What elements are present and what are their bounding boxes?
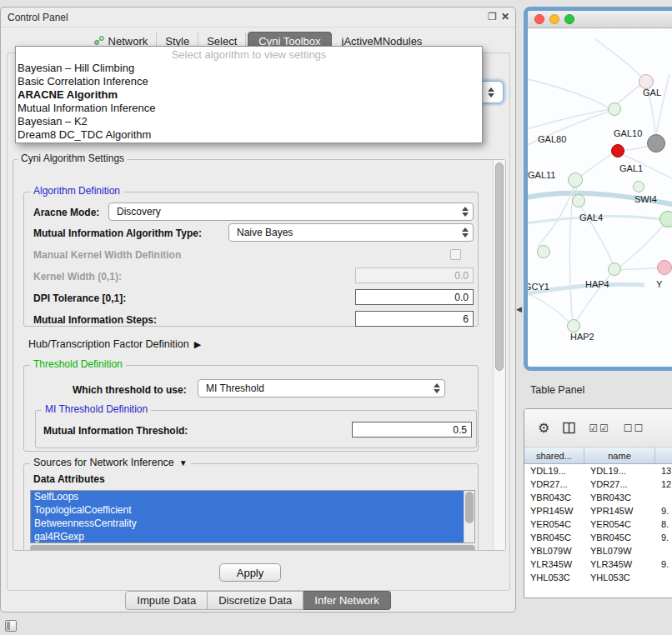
network-view-window: GAL GAL80 GAL10 GAL11 GAL1 SWI4 GAL4 GCY… — [524, 7, 672, 371]
node-label: Y — [656, 279, 662, 289]
settings-scrollbar-thumb[interactable] — [495, 162, 504, 371]
column-header[interactable]: name — [584, 448, 655, 463]
dropdown-item[interactable]: Bayesian – Hill Climbing — [16, 62, 482, 75]
hub-tf-definition-label: Hub/Transcription Factor Definition — [28, 338, 189, 350]
cell — [655, 491, 672, 504]
kernel-width-input — [355, 268, 474, 283]
window-title: Control Panel — [8, 12, 68, 23]
dropdown-item[interactable]: Bayesian – K2 — [16, 115, 482, 128]
deselect-all-columns-icon[interactable]: ☐☐ — [624, 422, 645, 434]
hub-tf-definition-section[interactable]: Hub/Transcription Factor Definition ▶ — [28, 338, 201, 350]
combo-stepper-icon — [486, 88, 499, 98]
which-threshold-select[interactable]: MI Threshold — [198, 379, 445, 398]
column-header[interactable] — [655, 448, 672, 463]
list-item-selected[interactable]: TopologicalCoefficient — [31, 504, 464, 518]
list-scrollbar-thumb[interactable] — [465, 492, 474, 523]
threshold-definition-title: Threshold Definition — [30, 358, 126, 370]
cell: YPR145W — [524, 504, 584, 518]
table-row[interactable]: YDR27... YDR27... 12 — [524, 478, 672, 491]
cell: YBR045C — [584, 531, 655, 544]
sources-section-header[interactable]: Sources for Network Inference ▼ — [30, 457, 191, 468]
bottom-tabbar: Impute Data Discretize Data Infer Networ… — [1, 591, 515, 610]
dropdown-item[interactable]: Basic Correlation Inference — [16, 75, 482, 88]
table-row[interactable]: YDL19... YDL19... 13 — [524, 464, 672, 478]
collapsed-panel-icon[interactable] — [5, 620, 17, 632]
close-traffic-light[interactable] — [534, 14, 544, 24]
splitter-collapse-icon[interactable]: ◀ — [516, 305, 522, 313]
table-row[interactable]: YLR345W YLR345W 9. — [524, 558, 672, 571]
dpi-tolerance-input[interactable] — [355, 289, 474, 305]
manual-kernel-width-label: Manual Kernel Width Definition — [33, 249, 181, 261]
desktop: Control Panel ❐ ✕ Network Style Select C… — [0, 0, 672, 635]
manual-kernel-width-checkbox[interactable] — [450, 249, 461, 260]
table-panel-window: ⚙ ☑☑ ☐☐ shared... name YDL19... YDL19...… — [524, 408, 672, 598]
network-node[interactable] — [567, 319, 580, 332]
cell: 12 — [655, 478, 672, 491]
network-node[interactable] — [633, 181, 644, 192]
mi-steps-input[interactable] — [355, 311, 474, 327]
dropdown-item-highlighted[interactable]: ARACNE Algorithm — [16, 88, 482, 102]
network-node-selected[interactable] — [611, 144, 624, 158]
settings-scrollbar-track[interactable] — [493, 160, 505, 550]
cell: YLR345W — [584, 558, 655, 571]
mi-threshold-input[interactable] — [352, 422, 472, 438]
cell — [655, 544, 672, 558]
aracne-mode-label: Aracne Mode: — [33, 207, 99, 218]
cell — [655, 571, 672, 584]
network-node[interactable] — [572, 194, 585, 208]
data-attributes-list: SelfLoops TopologicalCoefficient Between… — [30, 490, 475, 543]
table-row[interactable]: YBR045C YBR045C 9. — [524, 531, 672, 544]
columns-icon[interactable] — [563, 422, 575, 434]
cell: YBR043C — [584, 491, 655, 504]
mi-threshold-label: Mutual Information Threshold: — [43, 425, 188, 437]
select-all-columns-icon[interactable]: ☑☑ — [589, 422, 610, 434]
tab-impute-data[interactable]: Impute Data — [125, 591, 208, 610]
network-node[interactable] — [647, 134, 665, 152]
list-item-selected[interactable]: gal4RGexp — [31, 531, 464, 543]
algorithm-select-fragment[interactable] — [481, 81, 504, 103]
network-node[interactable] — [608, 262, 621, 276]
dpi-tolerance-label: DPI Tolerance [0,1]: — [33, 292, 126, 304]
network-node[interactable] — [537, 245, 550, 258]
aracne-mode-select[interactable]: Discovery — [108, 202, 474, 221]
cell: YER054C — [524, 518, 584, 531]
table-row[interactable]: YER054C YER054C 8. — [524, 518, 672, 531]
column-header[interactable]: shared... — [524, 448, 584, 463]
tab-discretize-data[interactable]: Discretize Data — [208, 591, 303, 610]
list-item-selected[interactable]: BetweennessCentrality — [31, 518, 464, 531]
network-node[interactable] — [659, 211, 672, 228]
table-row[interactable]: YPR145W YPR145W 9. — [524, 504, 672, 518]
expand-arrow-icon[interactable]: ▶ — [194, 339, 201, 350]
float-window-icon[interactable]: ❐ — [488, 11, 497, 22]
table-row[interactable]: YHL053C YHL053C — [524, 571, 672, 584]
zoom-traffic-light[interactable] — [564, 14, 574, 24]
cell: YBL079W — [584, 544, 655, 558]
table-row[interactable]: YBL079W YBL079W — [524, 544, 672, 558]
gear-icon[interactable]: ⚙ — [538, 420, 549, 436]
list-hscrollbar-thumb[interactable] — [30, 545, 475, 551]
cell: YBL079W — [524, 544, 584, 558]
apply-button[interactable]: Apply — [219, 563, 281, 582]
network-node[interactable] — [657, 260, 672, 275]
close-window-icon[interactable]: ✕ — [501, 11, 509, 22]
combo-stepper-icon — [459, 207, 473, 217]
list-scrollbar-track[interactable] — [464, 491, 474, 542]
list-item-selected[interactable]: SelfLoops — [31, 491, 464, 504]
dropdown-item[interactable]: Mutual Information Inference — [16, 102, 482, 115]
network-window-titlebar[interactable] — [528, 11, 672, 28]
network-canvas[interactable]: GAL GAL80 GAL10 GAL11 GAL1 SWI4 GAL4 GCY… — [528, 28, 672, 367]
cell: 9. — [655, 504, 672, 518]
table-row[interactable]: YBR043C YBR043C — [524, 491, 672, 504]
dropdown-item[interactable]: Dream8 DC_TDC Algorithm — [16, 128, 482, 142]
tab-infer-network[interactable]: Infer Network — [303, 591, 390, 610]
network-node[interactable] — [608, 102, 621, 116]
table-header-row: shared... name — [524, 448, 672, 464]
minimize-traffic-light[interactable] — [549, 14, 559, 24]
node-label: GAL — [643, 88, 661, 98]
aracne-mode-value: Discovery — [117, 206, 161, 218]
collapse-arrow-icon[interactable]: ▼ — [179, 458, 188, 468]
mi-algorithm-type-select[interactable]: Naive Bayes — [228, 223, 474, 242]
cell: YBR045C — [524, 531, 584, 544]
network-node[interactable] — [568, 172, 583, 188]
node-label: GAL4 — [579, 212, 603, 222]
